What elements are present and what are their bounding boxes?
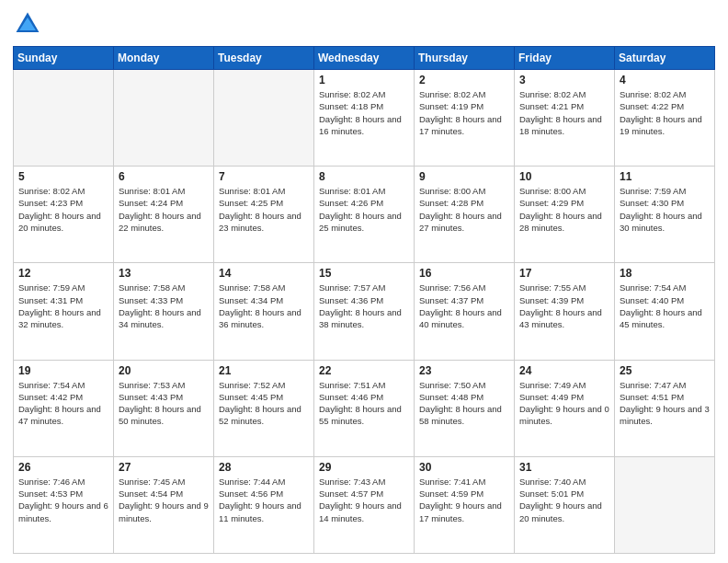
calendar-cell bbox=[615, 456, 715, 553]
day-info: Sunrise: 7:41 AM Sunset: 4:59 PM Dayligh… bbox=[419, 476, 509, 524]
day-number: 26 bbox=[18, 461, 108, 474]
day-info: Sunrise: 7:43 AM Sunset: 4:57 PM Dayligh… bbox=[319, 476, 409, 524]
day-number: 23 bbox=[419, 364, 509, 377]
calendar-cell: 24Sunrise: 7:49 AM Sunset: 4:49 PM Dayli… bbox=[515, 360, 615, 456]
calendar-cell: 1Sunrise: 8:02 AM Sunset: 4:18 PM Daylig… bbox=[314, 70, 415, 167]
day-info: Sunrise: 7:47 AM Sunset: 4:51 PM Dayligh… bbox=[620, 379, 710, 428]
calendar-week-4: 26Sunrise: 7:46 AM Sunset: 4:53 PM Dayli… bbox=[14, 456, 715, 553]
logo bbox=[13, 9, 46, 39]
calendar-cell: 26Sunrise: 7:46 AM Sunset: 4:53 PM Dayli… bbox=[14, 456, 114, 553]
calendar-cell: 7Sunrise: 8:01 AM Sunset: 4:25 PM Daylig… bbox=[214, 167, 314, 263]
calendar-cell: 20Sunrise: 7:53 AM Sunset: 4:43 PM Dayli… bbox=[114, 360, 214, 456]
day-info: Sunrise: 7:51 AM Sunset: 4:46 PM Dayligh… bbox=[319, 379, 409, 428]
day-info: Sunrise: 7:44 AM Sunset: 4:56 PM Dayligh… bbox=[219, 476, 309, 524]
calendar-cell: 25Sunrise: 7:47 AM Sunset: 4:51 PM Dayli… bbox=[615, 360, 715, 456]
calendar-cell bbox=[114, 70, 214, 167]
day-info: Sunrise: 7:58 AM Sunset: 4:34 PM Dayligh… bbox=[219, 282, 309, 330]
weekday-saturday: Saturday bbox=[615, 47, 715, 70]
calendar-cell: 3Sunrise: 8:02 AM Sunset: 4:21 PM Daylig… bbox=[515, 70, 615, 167]
calendar-cell: 19Sunrise: 7:54 AM Sunset: 4:42 PM Dayli… bbox=[14, 360, 114, 456]
day-number: 17 bbox=[519, 267, 609, 280]
day-number: 19 bbox=[18, 364, 108, 377]
day-number: 18 bbox=[620, 267, 710, 280]
calendar-table: SundayMondayTuesdayWednesdayThursdayFrid… bbox=[13, 46, 715, 554]
day-number: 21 bbox=[219, 364, 309, 377]
day-number: 6 bbox=[119, 170, 209, 183]
calendar-week-3: 19Sunrise: 7:54 AM Sunset: 4:42 PM Dayli… bbox=[14, 360, 715, 456]
day-number: 13 bbox=[119, 267, 209, 280]
calendar-cell: 9Sunrise: 8:00 AM Sunset: 4:28 PM Daylig… bbox=[415, 167, 515, 263]
weekday-friday: Friday bbox=[515, 47, 615, 70]
day-number: 27 bbox=[119, 461, 209, 474]
day-info: Sunrise: 8:02 AM Sunset: 4:19 PM Dayligh… bbox=[419, 88, 509, 137]
day-number: 7 bbox=[219, 170, 309, 183]
calendar-cell: 21Sunrise: 7:52 AM Sunset: 4:45 PM Dayli… bbox=[214, 360, 314, 456]
day-info: Sunrise: 8:00 AM Sunset: 4:29 PM Dayligh… bbox=[519, 185, 609, 234]
calendar-cell: 16Sunrise: 7:56 AM Sunset: 4:37 PM Dayli… bbox=[415, 263, 515, 360]
day-number: 24 bbox=[519, 364, 609, 377]
calendar-cell: 29Sunrise: 7:43 AM Sunset: 4:57 PM Dayli… bbox=[314, 456, 415, 553]
day-info: Sunrise: 7:50 AM Sunset: 4:48 PM Dayligh… bbox=[419, 379, 509, 428]
day-info: Sunrise: 7:59 AM Sunset: 4:30 PM Dayligh… bbox=[620, 185, 710, 234]
calendar-week-2: 12Sunrise: 7:59 AM Sunset: 4:31 PM Dayli… bbox=[14, 263, 715, 360]
calendar-week-0: 1Sunrise: 8:02 AM Sunset: 4:18 PM Daylig… bbox=[14, 70, 715, 167]
day-info: Sunrise: 8:01 AM Sunset: 4:24 PM Dayligh… bbox=[119, 185, 209, 234]
calendar-cell: 11Sunrise: 7:59 AM Sunset: 4:30 PM Dayli… bbox=[615, 167, 715, 263]
calendar-cell bbox=[14, 70, 114, 167]
day-number: 8 bbox=[319, 170, 409, 183]
calendar-header: SundayMondayTuesdayWednesdayThursdayFrid… bbox=[14, 47, 715, 70]
logo-icon bbox=[13, 9, 42, 39]
calendar-cell: 28Sunrise: 7:44 AM Sunset: 4:56 PM Dayli… bbox=[214, 456, 314, 553]
day-number: 5 bbox=[18, 170, 108, 183]
day-info: Sunrise: 8:01 AM Sunset: 4:26 PM Dayligh… bbox=[319, 185, 409, 234]
day-number: 12 bbox=[18, 267, 108, 280]
calendar-cell: 18Sunrise: 7:54 AM Sunset: 4:40 PM Dayli… bbox=[615, 263, 715, 360]
calendar-cell: 17Sunrise: 7:55 AM Sunset: 4:39 PM Dayli… bbox=[515, 263, 615, 360]
day-number: 1 bbox=[319, 74, 409, 86]
day-number: 22 bbox=[319, 364, 409, 377]
day-info: Sunrise: 7:55 AM Sunset: 4:39 PM Dayligh… bbox=[519, 282, 609, 330]
day-info: Sunrise: 7:54 AM Sunset: 4:40 PM Dayligh… bbox=[620, 282, 710, 330]
calendar-cell: 13Sunrise: 7:58 AM Sunset: 4:33 PM Dayli… bbox=[114, 263, 214, 360]
day-number: 10 bbox=[519, 170, 609, 183]
day-info: Sunrise: 8:01 AM Sunset: 4:25 PM Dayligh… bbox=[219, 185, 309, 234]
weekday-header-row: SundayMondayTuesdayWednesdayThursdayFrid… bbox=[14, 47, 715, 70]
day-info: Sunrise: 7:45 AM Sunset: 4:54 PM Dayligh… bbox=[119, 476, 209, 524]
calendar-cell: 23Sunrise: 7:50 AM Sunset: 4:48 PM Dayli… bbox=[415, 360, 515, 456]
day-info: Sunrise: 7:40 AM Sunset: 5:01 PM Dayligh… bbox=[519, 476, 609, 524]
day-number: 3 bbox=[519, 74, 609, 86]
weekday-thursday: Thursday bbox=[415, 47, 515, 70]
day-info: Sunrise: 7:54 AM Sunset: 4:42 PM Dayligh… bbox=[18, 379, 108, 428]
weekday-sunday: Sunday bbox=[14, 47, 114, 70]
day-number: 25 bbox=[620, 364, 710, 377]
calendar-cell: 12Sunrise: 7:59 AM Sunset: 4:31 PM Dayli… bbox=[14, 263, 114, 360]
day-info: Sunrise: 8:02 AM Sunset: 4:22 PM Dayligh… bbox=[620, 88, 710, 137]
calendar-cell: 8Sunrise: 8:01 AM Sunset: 4:26 PM Daylig… bbox=[314, 167, 415, 263]
day-number: 15 bbox=[319, 267, 409, 280]
day-number: 9 bbox=[419, 170, 509, 183]
weekday-wednesday: Wednesday bbox=[314, 47, 415, 70]
calendar-cell: 4Sunrise: 8:02 AM Sunset: 4:22 PM Daylig… bbox=[615, 70, 715, 167]
calendar-cell: 15Sunrise: 7:57 AM Sunset: 4:36 PM Dayli… bbox=[314, 263, 415, 360]
weekday-tuesday: Tuesday bbox=[214, 47, 314, 70]
day-info: Sunrise: 8:02 AM Sunset: 4:18 PM Dayligh… bbox=[319, 88, 409, 137]
calendar-cell: 5Sunrise: 8:02 AM Sunset: 4:23 PM Daylig… bbox=[14, 167, 114, 263]
weekday-monday: Monday bbox=[114, 47, 214, 70]
calendar-cell: 27Sunrise: 7:45 AM Sunset: 4:54 PM Dayli… bbox=[114, 456, 214, 553]
page: SundayMondayTuesdayWednesdayThursdayFrid… bbox=[0, 0, 728, 563]
day-info: Sunrise: 7:53 AM Sunset: 4:43 PM Dayligh… bbox=[119, 379, 209, 428]
calendar-cell: 31Sunrise: 7:40 AM Sunset: 5:01 PM Dayli… bbox=[515, 456, 615, 553]
calendar-cell bbox=[214, 70, 314, 167]
day-number: 31 bbox=[519, 461, 609, 474]
day-info: Sunrise: 7:58 AM Sunset: 4:33 PM Dayligh… bbox=[119, 282, 209, 330]
calendar-cell: 14Sunrise: 7:58 AM Sunset: 4:34 PM Dayli… bbox=[214, 263, 314, 360]
day-info: Sunrise: 7:49 AM Sunset: 4:49 PM Dayligh… bbox=[519, 379, 609, 428]
calendar-cell: 10Sunrise: 8:00 AM Sunset: 4:29 PM Dayli… bbox=[515, 167, 615, 263]
day-info: Sunrise: 7:52 AM Sunset: 4:45 PM Dayligh… bbox=[219, 379, 309, 428]
day-info: Sunrise: 7:56 AM Sunset: 4:37 PM Dayligh… bbox=[419, 282, 509, 330]
day-number: 14 bbox=[219, 267, 309, 280]
day-number: 28 bbox=[219, 461, 309, 474]
day-number: 29 bbox=[319, 461, 409, 474]
day-number: 30 bbox=[419, 461, 509, 474]
day-number: 2 bbox=[419, 74, 509, 86]
